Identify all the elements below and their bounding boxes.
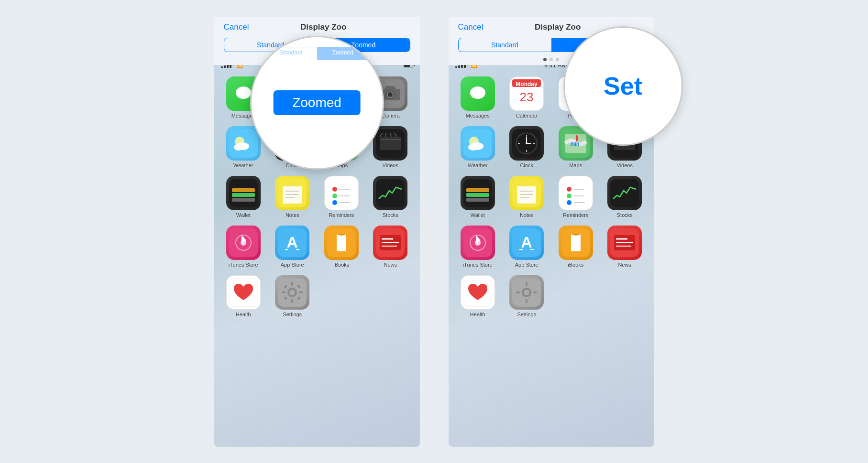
svg-point-58 (332, 194, 337, 198)
left-app-reminders[interactable]: Reminders (319, 176, 364, 218)
svg-rect-135 (466, 198, 489, 202)
right-notes-icon (509, 176, 544, 210)
right-news-icon (607, 226, 642, 260)
svg-text:A: A (521, 234, 532, 251)
left-settings-label: Settings (283, 312, 302, 317)
left-app-news[interactable]: News (368, 226, 413, 268)
right-reminders-label: Reminders (563, 212, 588, 218)
right-settings-icon (509, 275, 544, 310)
svg-rect-62 (376, 179, 405, 207)
left-news-icon (373, 226, 407, 260)
right-itunes-icon (461, 226, 495, 260)
svg-rect-149 (610, 179, 639, 207)
left-weather-icon (226, 126, 261, 161)
right-clock-icon (509, 126, 544, 161)
right-cancel-button[interactable]: Cancel (458, 22, 483, 32)
right-app-itunes[interactable]: iTunes Store (455, 226, 501, 268)
left-app-ibooks[interactable]: iBooks (319, 226, 364, 268)
left-ibooks-icon (324, 226, 359, 260)
right-dot-2 (549, 58, 553, 61)
right-weather-icon (461, 126, 495, 161)
left-app-itunes[interactable]: iTunes Store (221, 226, 266, 268)
left-health-label: Health (236, 312, 251, 317)
left-ibooks-label: iBooks (333, 262, 349, 268)
left-app-appstore[interactable]: A App Store (270, 226, 315, 268)
left-appstore-icon: A (275, 226, 309, 260)
svg-text:23: 23 (520, 90, 534, 104)
right-standard-tab[interactable]: Standard (459, 38, 551, 52)
left-app-stocks[interactable]: Stocks (368, 176, 413, 218)
left-phone: Cancel Display Zoo Set Standard Zoomed (214, 17, 420, 447)
svg-rect-51 (283, 183, 302, 186)
right-itunes-label: iTunes Store (463, 262, 493, 268)
right-app-weather[interactable]: Weather (455, 126, 501, 168)
right-dot-1 (543, 58, 547, 61)
svg-rect-138 (517, 183, 536, 186)
right-app-news[interactable]: News (602, 226, 648, 268)
right-app-messages[interactable]: Messages (455, 76, 501, 118)
right-calendar-icon: Monday23 (509, 76, 544, 111)
right-wallet-icon (461, 176, 495, 210)
right-ibooks-icon (559, 226, 593, 260)
right-weather-label: Weather (468, 162, 487, 168)
left-app-notes[interactable]: Notes (270, 176, 315, 218)
right-dot-3 (556, 58, 559, 61)
right-display-zoom-title: Display Zoo (535, 22, 581, 32)
svg-point-60 (332, 200, 337, 205)
svg-rect-167 (526, 282, 527, 286)
left-videos-label: Videos (383, 162, 398, 168)
right-settings-label: Settings (517, 312, 536, 317)
left-videos-icon (373, 126, 407, 161)
left-itunes-label: iTunes Store (229, 262, 258, 268)
svg-rect-168 (526, 299, 527, 303)
right-reminders-icon (559, 176, 593, 210)
right-app-ibooks[interactable]: iBooks (553, 226, 599, 268)
right-app-clock[interactable]: Clock (504, 126, 549, 168)
svg-rect-81 (291, 299, 293, 303)
left-app-health[interactable]: Health (221, 275, 266, 317)
right-news-label: News (618, 262, 631, 268)
right-appstore-icon: A (509, 226, 544, 260)
svg-point-20 (388, 92, 393, 97)
right-app-settings[interactable]: Settings (504, 275, 549, 317)
set-button-label[interactable]: Set (604, 72, 642, 100)
left-reminders-label: Reminders (329, 212, 354, 218)
svg-rect-80 (291, 282, 293, 286)
svg-rect-133 (466, 188, 489, 192)
svg-point-111 (468, 144, 478, 151)
left-notes-icon (275, 176, 309, 210)
set-circle-overlay: Set (563, 26, 683, 146)
right-ibooks-label: iBooks (568, 262, 583, 268)
left-cancel-button[interactable]: Cancel (224, 22, 249, 32)
svg-point-145 (567, 194, 571, 198)
right-app-wallet[interactable]: Wallet (455, 176, 501, 218)
right-app-notes[interactable]: Notes (504, 176, 549, 218)
svg-point-143 (567, 187, 571, 192)
right-wallet-label: Wallet (471, 212, 485, 218)
svg-rect-169 (516, 291, 520, 293)
svg-rect-83 (299, 291, 303, 293)
svg-text:Monday: Monday (516, 81, 538, 87)
right-phone: Cancel Display Zoo Set Standard Zoomed (449, 17, 654, 447)
svg-text:A: A (287, 234, 298, 251)
svg-rect-82 (282, 291, 286, 293)
left-itunes-icon (226, 226, 261, 260)
right-app-stocks[interactable]: Stocks (602, 176, 648, 218)
right-app-calendar[interactable]: Monday23 Calendar (504, 76, 549, 118)
svg-rect-39 (380, 137, 401, 150)
right-app-health[interactable]: Health (455, 275, 501, 317)
left-news-label: News (384, 262, 397, 268)
svg-rect-134 (466, 193, 489, 197)
right-calendar-label: Calendar (516, 113, 538, 118)
left-health-icon (226, 275, 261, 310)
right-app-appstore[interactable]: A App Store (504, 226, 549, 268)
right-app-reminders[interactable]: Reminders (553, 176, 599, 218)
left-stocks-label: Stocks (383, 212, 398, 218)
right-health-label: Health (470, 312, 485, 317)
left-app-settings[interactable]: Settings (270, 275, 315, 317)
left-wallet-icon (226, 176, 261, 210)
left-display-zoom-title: Display Zoo (300, 22, 346, 32)
svg-point-79 (289, 290, 295, 295)
left-app-wallet[interactable]: Wallet (221, 176, 266, 218)
left-stocks-icon (373, 176, 407, 210)
